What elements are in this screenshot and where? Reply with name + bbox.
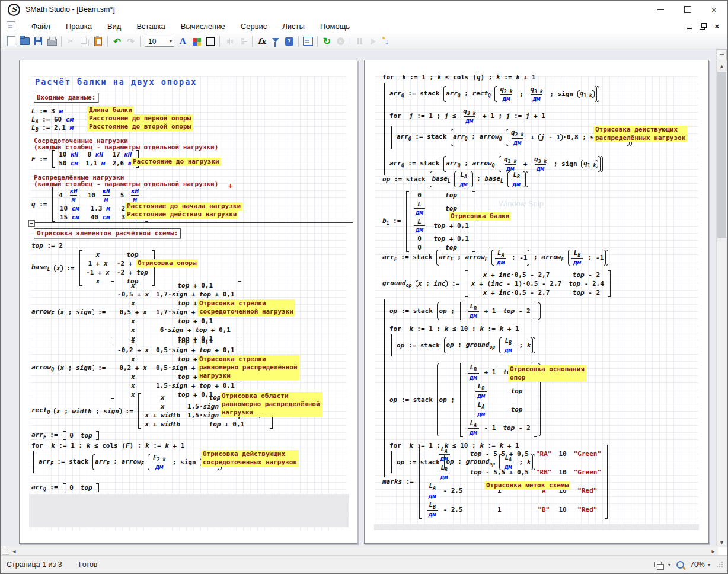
comment-region[interactable]: Отрисовка меток схемы	[484, 481, 570, 490]
math-region[interactable]: op := stack baseL LAдм ; baseL LBдм	[382, 171, 528, 188]
copy-icon[interactable]	[78, 35, 91, 48]
horizontal-scrollbar[interactable]: ◂ ▸	[1, 546, 718, 556]
run-icon[interactable]	[366, 35, 380, 48]
reference-icon[interactable]: ?	[282, 35, 296, 48]
comment-region[interactable]: Отрисовка действующих сосредоточенных на…	[201, 450, 299, 467]
menu-item-4[interactable]: Вычисление	[173, 20, 233, 33]
smath-studio-window: S SMath Studio - [Beam.sm*] × ФайлПравка…	[0, 0, 728, 574]
function-icon[interactable]: fx	[255, 35, 269, 48]
math-region[interactable]: arrF := stack arrF ; arrowF LAдм ; -1 ; …	[382, 249, 608, 266]
math-region[interactable]: F := 10 кН8 кН17 кН50 см1,1 м2,6 м	[31, 150, 140, 168]
title-region[interactable]: Расчёт балки на двух опорах	[35, 77, 197, 87]
math-region[interactable]: groundop x ; inc := x + inc·0,5 - 2,7top…	[382, 270, 612, 297]
minimize-button[interactable]	[647, 1, 674, 18]
horizontal-scroll-track[interactable]	[19, 546, 708, 556]
toolbar-separator	[317, 36, 318, 47]
vertical-scroll-thumb[interactable]	[717, 72, 726, 238]
resize-grip[interactable]	[717, 562, 723, 567]
comment-region[interactable]: Расстояние до первой опоры	[87, 114, 193, 123]
comment-region[interactable]: Расстояние действия нагрузки	[125, 211, 238, 219]
menu-item-1[interactable]: Правка	[58, 20, 100, 33]
toolbar-separator	[298, 36, 299, 47]
comment-region[interactable]: Расстояние до начала нагрузки	[125, 202, 242, 211]
page-right[interactable]: for k := 1 ; k ≤ cols (q) ; k := k + 1ar…	[364, 60, 709, 544]
scroll-right-icon[interactable]: ▸	[708, 546, 718, 556]
zoom-icon[interactable]	[673, 558, 687, 571]
worksheet-canvas[interactable]: Расчёт балки на двух опорахВходные данны…	[1, 49, 728, 547]
recalc-icon[interactable]: ↻	[320, 35, 334, 48]
step-icon[interactable]: ↓	[380, 35, 394, 48]
comment-region[interactable]: Расстояние до нагрузки	[131, 158, 221, 166]
horizontal-splitter-handle[interactable]	[2, 547, 9, 555]
cut-icon[interactable]: ✂	[64, 35, 78, 48]
page-layout-icon[interactable]	[652, 558, 665, 571]
loop-region[interactable]: for k := 1 ; k ≤ cols (F) ; k := k + 1ar…	[31, 442, 222, 475]
style-icon[interactable]	[236, 35, 250, 48]
panel-icon[interactable]	[301, 35, 315, 48]
toolbar-separator	[61, 36, 62, 47]
comment-region[interactable]: Длина балки	[87, 106, 134, 114]
font-size-icon[interactable]: 10▾	[145, 36, 174, 47]
comment-region[interactable]: Отрисовка балки	[449, 212, 511, 221]
window-title: SMath Studio - [Beam.sm*]	[25, 5, 115, 14]
vertical-scrollbar[interactable]: ▲ ▼	[716, 49, 727, 547]
vertical-splitter-handle[interactable]	[717, 49, 727, 60]
units-icon[interactable]	[222, 35, 236, 48]
band-region	[374, 524, 699, 530]
menu-items: ФайлПравкаВидВставкаВычислениеСервисЛист…	[24, 20, 357, 33]
menu-item-5[interactable]: Сервис	[233, 20, 275, 33]
menu-item-3[interactable]: Вставка	[129, 20, 173, 33]
mdi-minimize-button[interactable]	[687, 23, 692, 29]
menu-item-2[interactable]: Вид	[100, 20, 129, 33]
zoom-caret-icon[interactable]: ▾	[708, 562, 710, 567]
font-color-icon[interactable]: A	[176, 35, 190, 48]
menu-item-0[interactable]: Файл	[24, 20, 58, 33]
zoom-level[interactable]: 70%	[690, 560, 705, 569]
comment-region[interactable]: Отрисовка стрелки сосредоточенной нагруз…	[197, 299, 295, 316]
comment-region[interactable]: Отрисовка основания опор	[508, 365, 586, 382]
print-icon[interactable]	[45, 35, 59, 48]
math-region[interactable]: LA := 60 см	[31, 116, 74, 125]
scroll-down-icon[interactable]: ▼	[717, 537, 727, 547]
math-region[interactable]: LB := 2,1 м	[31, 124, 74, 133]
border-icon[interactable]	[203, 35, 217, 48]
menu-item-6[interactable]: Листы	[274, 20, 312, 33]
comment-region[interactable]: Отрисовка опоры	[136, 259, 198, 267]
pause-icon[interactable]	[353, 35, 366, 48]
scroll-up-icon[interactable]: ▲	[717, 61, 727, 71]
comment-region[interactable]: Отрисовка действующих распределённых наг…	[593, 126, 687, 142]
comment-region[interactable]: Отрисовка стрелки равномерно распределён…	[197, 355, 299, 380]
boxed-region[interactable]: Отрисовка элементов расчётной схемы:	[34, 228, 181, 238]
close-button[interactable]: ×	[701, 1, 727, 18]
filter-icon[interactable]	[269, 35, 282, 48]
math-region[interactable]: arrF := 0top	[31, 431, 100, 440]
mdi-close-button[interactable]: ×	[714, 22, 719, 31]
redo-icon[interactable]: ↷	[124, 35, 138, 48]
undo-icon[interactable]: ↶	[110, 35, 124, 48]
math-region[interactable]: top := 2	[31, 242, 63, 250]
page-left[interactable]: Расчёт балки на двух опорахВходные данны…	[19, 60, 357, 544]
comment-region[interactable]: Отрисовка области равномерно распределён…	[220, 392, 322, 417]
paste-icon[interactable]	[91, 35, 105, 48]
boxed-region[interactable]: Входные данные:	[34, 93, 98, 103]
toolbar-separator	[140, 36, 141, 47]
loop-region[interactable]: for k := 1 ; k ≤ cols (q) ; k := k + 1ar…	[382, 74, 632, 177]
page-layout-caret-icon[interactable]: ▾	[668, 562, 670, 567]
math-region[interactable]: L := 3 м	[31, 107, 63, 115]
math-region[interactable]: arrQ := 0top	[31, 483, 100, 492]
mdi-restore-button[interactable]	[701, 23, 705, 30]
open-icon[interactable]	[18, 35, 31, 48]
new-icon[interactable]	[4, 35, 18, 48]
scroll-left-icon[interactable]: ◂	[9, 546, 19, 556]
math-region[interactable]: baseL x := xtop1 + x-2 + top-1 + x-2 + t…	[31, 250, 156, 286]
save-icon[interactable]	[31, 35, 45, 48]
math-region[interactable]: b1 := 0topLдмtopLдмtop + 0,10top + 0,10t…	[382, 191, 477, 252]
maximize-button[interactable]	[674, 1, 701, 18]
comment-region[interactable]: Расстояние до второй опоры	[87, 123, 193, 131]
interrupt-icon[interactable]: ×	[334, 35, 347, 48]
document-icon[interactable]	[7, 21, 15, 31]
toolbar-separator	[107, 36, 108, 47]
sep-region	[29, 222, 353, 223]
menu-item-7[interactable]: Помощь	[312, 20, 357, 33]
palette-icon[interactable]	[190, 35, 203, 48]
